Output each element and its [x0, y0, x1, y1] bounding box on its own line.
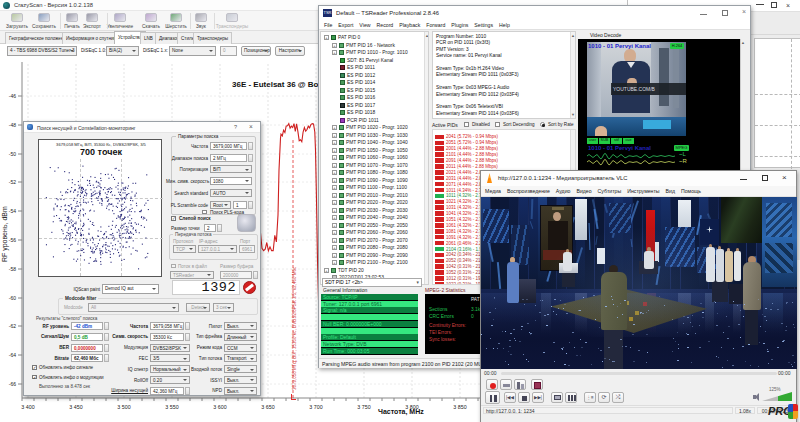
- svg-text:3679,058 МГц, В/Л, 35300 Кс, D: 3679,058 МГц, В/Л, 35300 Кс, DVBS2/8PSK …: [292, 266, 297, 390]
